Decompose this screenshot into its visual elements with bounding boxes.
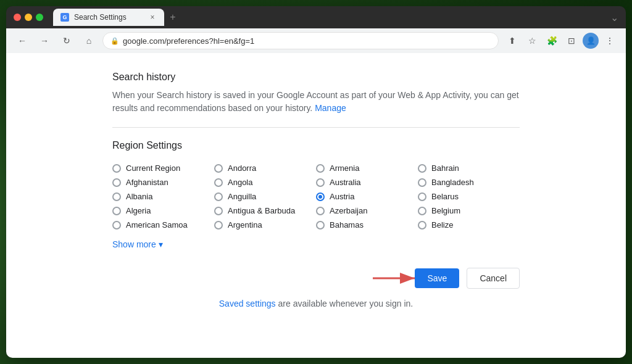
reload-button[interactable]: ↻ (58, 32, 75, 49)
radio-american-samoa[interactable] (112, 221, 121, 230)
region-label-austria: Austria (330, 192, 354, 201)
url-text: google.com/preferences?hl=en&fg=1 (123, 36, 254, 46)
region-item-current-region[interactable]: Current Region (112, 161, 214, 175)
region-label-anguilla: Anguilla (228, 192, 256, 201)
split-view-button[interactable]: ⊡ (563, 32, 580, 49)
home-button[interactable]: ⌂ (80, 32, 98, 49)
region-item-austria[interactable]: Austria (316, 189, 418, 204)
region-label-algeria: Algeria (126, 206, 151, 215)
region-item-belgium[interactable]: Belgium (418, 204, 520, 218)
region-item-bangladesh[interactable]: Bangladesh (418, 175, 520, 189)
search-history-description: When your Search history is saved in you… (112, 89, 520, 115)
radio-armenia[interactable] (316, 164, 325, 173)
region-label-andorra: Andorra (228, 163, 256, 173)
minimize-button[interactable] (25, 14, 32, 21)
title-bar: G Search Settings × + ⌄ (6, 6, 626, 28)
region-item-australia[interactable]: Australia (316, 175, 418, 189)
region-item-anguilla[interactable]: Anguilla (214, 189, 316, 204)
saved-settings-link[interactable]: Saved settings (219, 299, 276, 308)
region-label-current-region: Current Region (126, 163, 180, 173)
close-button[interactable] (14, 14, 21, 21)
radio-afghanistan[interactable] (112, 178, 121, 187)
radio-azerbaijan[interactable] (316, 207, 325, 215)
show-more-button[interactable]: Show more ▾ (112, 239, 163, 249)
forward-button[interactable]: → (36, 32, 53, 49)
region-settings-section: Region Settings Current Region Afghanist… (112, 140, 520, 249)
saved-settings-notice: Saved settings are available whenever yo… (112, 299, 520, 308)
radio-belgium[interactable] (418, 207, 426, 215)
saved-settings-rest-text: are available whenever you sign in. (278, 299, 414, 308)
more-button[interactable]: ⋮ (601, 32, 618, 49)
region-column-4: Bahrain Bangladesh Belarus Belgium (418, 161, 520, 232)
new-tab-button[interactable]: + (164, 9, 181, 26)
region-label-albania: Albania (126, 192, 152, 201)
region-item-albania[interactable]: Albania (112, 189, 214, 204)
radio-australia[interactable] (316, 178, 325, 187)
back-button[interactable]: ← (14, 32, 31, 49)
radio-albania[interactable] (112, 192, 121, 201)
radio-austria[interactable] (316, 192, 325, 201)
radio-belarus[interactable] (418, 192, 426, 201)
avatar-initial: 👤 (586, 36, 596, 45)
red-arrow-annotation (373, 269, 422, 287)
region-item-american-samoa[interactable]: American Samoa (112, 218, 214, 232)
active-tab[interactable]: G Search Settings × (53, 9, 164, 26)
region-label-bangladesh: Bangladesh (431, 178, 474, 187)
region-item-afghanistan[interactable]: Afghanistan (112, 175, 214, 189)
region-item-angola[interactable]: Angola (214, 175, 316, 189)
region-item-andorra[interactable]: Andorra (214, 161, 316, 175)
region-label-australia: Australia (330, 178, 361, 187)
profile-avatar[interactable]: 👤 (583, 33, 599, 49)
nav-bar: ← → ↻ ⌂ 🔒 google.com/preferences?hl=en&f… (6, 28, 626, 53)
lock-icon: 🔒 (110, 37, 119, 45)
radio-belize[interactable] (418, 221, 426, 230)
radio-current-region[interactable] (112, 164, 121, 173)
region-item-bahamas[interactable]: Bahamas (316, 218, 418, 232)
region-label-american-samoa: American Samoa (126, 220, 188, 230)
region-item-argentina[interactable]: Argentina (214, 218, 316, 232)
tab-title: Search Settings (74, 13, 143, 22)
bookmark-button[interactable]: ☆ (523, 32, 541, 49)
region-item-bahrain[interactable]: Bahrain (418, 161, 520, 175)
region-column-2: Andorra Angola Anguilla Antigua & B (214, 161, 316, 232)
url-domain: google.com (123, 36, 164, 46)
manage-link[interactable]: Manage (315, 103, 346, 113)
radio-argentina[interactable] (214, 221, 223, 230)
browser-window: G Search Settings × + ⌄ ← → ↻ ⌂ 🔒 google… (6, 6, 626, 358)
radio-angola[interactable] (214, 178, 223, 187)
tab-close-icon[interactable]: × (148, 13, 157, 22)
region-label-belarus: Belarus (431, 192, 459, 201)
radio-bangladesh[interactable] (418, 178, 426, 187)
region-item-belize[interactable]: Belize (418, 218, 520, 232)
nav-actions: ⬆ ☆ 🧩 ⊡ 👤 ⋮ (504, 32, 618, 49)
region-label-afghanistan: Afghanistan (126, 178, 168, 187)
region-item-belarus[interactable]: Belarus (418, 189, 520, 204)
tab-menu-icon[interactable]: ⌄ (610, 12, 618, 23)
cancel-button[interactable]: Cancel (467, 268, 520, 289)
region-item-armenia[interactable]: Armenia (316, 161, 418, 175)
show-more-label: Show more (112, 239, 156, 249)
region-label-belize: Belize (431, 220, 453, 230)
radio-bahamas[interactable] (316, 221, 325, 230)
address-bar[interactable]: 🔒 google.com/preferences?hl=en&fg=1 (102, 32, 499, 49)
region-item-algeria[interactable]: Algeria (112, 204, 214, 218)
region-label-antigua-barbuda: Antigua & Barbuda (228, 206, 295, 215)
share-button[interactable]: ⬆ (504, 32, 521, 49)
radio-algeria[interactable] (112, 207, 121, 215)
radio-andorra[interactable] (214, 164, 223, 173)
region-settings-title: Region Settings (112, 140, 520, 151)
radio-anguilla[interactable] (214, 192, 223, 201)
region-label-azerbaijan: Azerbaijan (330, 206, 367, 215)
region-label-armenia: Armenia (330, 163, 359, 173)
region-item-azerbaijan[interactable]: Azerbaijan (316, 204, 418, 218)
radio-antigua-barbuda[interactable] (214, 207, 223, 215)
region-label-bahamas: Bahamas (330, 220, 364, 230)
url-path: /preferences?hl=en&fg=1 (164, 36, 254, 46)
tab-bar: G Search Settings × + ⌄ (53, 9, 618, 26)
tab-favicon-icon: G (60, 13, 69, 22)
maximize-button[interactable] (36, 14, 43, 21)
region-item-antigua-barbuda[interactable]: Antigua & Barbuda (214, 204, 316, 218)
radio-bahrain[interactable] (418, 164, 426, 173)
show-more-arrow-icon: ▾ (159, 239, 163, 249)
extensions-button[interactable]: 🧩 (543, 32, 560, 49)
